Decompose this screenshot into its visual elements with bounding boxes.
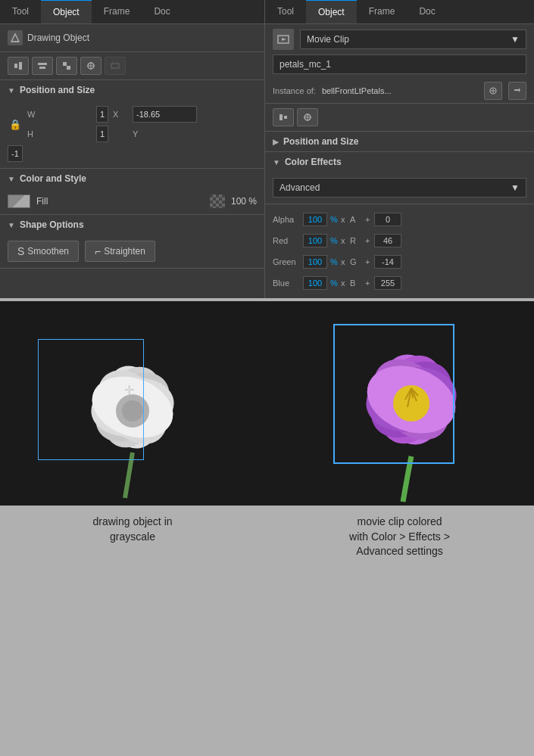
tab-doc-right[interactable]: Doc <box>407 0 447 23</box>
right-canvas <box>265 301 534 506</box>
alpha-plus: + <box>365 215 371 224</box>
straighten-button[interactable]: ⌐ Straighten <box>85 241 155 262</box>
smoothen-label: Smoothen <box>27 246 69 257</box>
svg-rect-20 <box>284 116 287 119</box>
color-effects-header[interactable]: ▼ Color Effects <box>265 152 534 172</box>
align2-icon[interactable] <box>32 57 53 75</box>
svg-rect-2 <box>14 64 17 68</box>
h-input3[interactable] <box>96 126 108 142</box>
blue-percent-sign: % <box>330 278 338 288</box>
transform-icon[interactable] <box>80 57 101 75</box>
svg-rect-3 <box>19 62 22 70</box>
color-style-header[interactable]: ▼ Color and Style <box>0 169 264 188</box>
right-pos-size-arrow: ▶ <box>273 138 279 146</box>
fill-swatch[interactable] <box>8 194 30 208</box>
x-input2[interactable] <box>133 106 197 123</box>
svg-marker-0 <box>11 34 19 42</box>
position-size-header[interactable]: ▼ Position and Size <box>0 80 264 100</box>
alpha-pct-input[interactable] <box>303 213 327 226</box>
red-val-input[interactable] <box>374 234 401 247</box>
instance-name-input[interactable] <box>273 54 526 74</box>
advanced-dropdown-value: Advanced <box>279 182 320 193</box>
right-pos-size-header[interactable]: ▶ Position and Size <box>265 132 534 152</box>
position-size-section: ▼ Position and Size W 🔒 X H Y <box>0 80 264 169</box>
tab-frame-left[interactable]: Frame <box>92 0 142 23</box>
shape-options-header[interactable]: ▼ Shape Options <box>0 215 264 235</box>
blue-x: x <box>341 278 347 288</box>
color-effects-dropdown-row: Advanced ▼ <box>265 172 534 204</box>
instance-swap-icon[interactable] <box>508 82 526 100</box>
green-x: x <box>341 257 347 266</box>
alpha-row: Alpha % x A + <box>273 209 526 230</box>
pos-size-arrow: ▼ <box>8 86 15 95</box>
y-input2[interactable] <box>8 145 23 162</box>
checkerboard-icon[interactable] <box>210 194 225 208</box>
shape-options-label: Shape Options <box>20 219 84 230</box>
green-label: Green <box>273 257 300 266</box>
green-val-input[interactable] <box>374 255 401 269</box>
blue-row: Blue % x B + <box>273 272 526 294</box>
tab-tool-left[interactable]: Tool <box>0 0 41 23</box>
alpha-x: x <box>341 215 347 224</box>
svg-rect-11 <box>111 64 119 68</box>
instance-of-value: bellFrontLtPetals... <box>322 86 478 95</box>
movie-clip-label: Movie Clip <box>307 34 349 45</box>
tab-frame-right[interactable]: Frame <box>357 0 408 23</box>
tab-tool-right[interactable]: Tool <box>265 0 306 23</box>
blue-val-input[interactable] <box>374 276 401 290</box>
pos-size-label: Position and Size <box>20 85 95 95</box>
drawing-object-header: Drawing Object <box>0 24 264 52</box>
blue-plus: + <box>365 278 371 288</box>
right-caption: movie clip coloredwith Color > Effects >… <box>265 506 534 568</box>
advanced-dropdown[interactable]: Advanced ▼ <box>273 178 526 198</box>
instance-settings-icon[interactable] <box>484 82 502 100</box>
color-style-body: Fill 100 % <box>0 188 264 214</box>
blue-pct-input[interactable] <box>303 276 327 290</box>
red-x: x <box>341 236 347 245</box>
right-pos-size-label: Position and Size <box>283 136 358 147</box>
left-tab-bar: Tool Object Frame Doc <box>0 0 264 24</box>
svg-rect-6 <box>63 62 67 66</box>
movie-clip-dropdown[interactable]: Movie Clip ▼ <box>300 30 526 49</box>
smoothen-button[interactable]: S Smoothen <box>8 241 79 262</box>
fill-pct: 100 % <box>231 196 257 207</box>
alpha-label: Alpha <box>273 215 300 224</box>
x-label3: X <box>113 110 128 119</box>
svg-rect-19 <box>279 114 283 120</box>
position-size-body: W 🔒 X H Y <box>0 100 264 168</box>
green-pct-input[interactable] <box>303 255 327 269</box>
transform2-icon <box>105 57 126 75</box>
align-icon[interactable] <box>8 57 29 75</box>
blue-label: Blue <box>273 278 300 288</box>
w-input2[interactable] <box>96 106 108 123</box>
alpha-val-input[interactable] <box>374 213 401 226</box>
right-transform-icon[interactable] <box>297 108 318 126</box>
h-label3: H <box>27 129 92 138</box>
right-align-icon[interactable] <box>273 108 294 126</box>
caption-area: drawing object ingrayscale movie clip co… <box>0 506 534 568</box>
svg-rect-4 <box>38 63 47 65</box>
fill-row: Fill 100 % <box>8 194 257 208</box>
red-r-label: R <box>350 236 362 245</box>
left-caption: drawing object ingrayscale <box>0 506 265 568</box>
selection-rect-right <box>333 324 454 464</box>
instance-of-label: Instance of: <box>273 86 316 95</box>
align3-icon[interactable] <box>56 57 77 75</box>
movie-clip-icon <box>273 29 294 50</box>
svg-rect-7 <box>67 66 70 70</box>
lock2-icon[interactable]: 🔒 <box>8 119 23 130</box>
left-caption-text: drawing object ingrayscale <box>92 515 172 543</box>
y-label3: Y <box>133 129 197 138</box>
tab-object-left[interactable]: Object <box>41 0 92 23</box>
tab-object-right[interactable]: Object <box>306 0 357 23</box>
tab-doc-left[interactable]: Doc <box>142 0 182 23</box>
alpha-a-label: A <box>350 215 362 224</box>
color-effects-arrow: ▼ <box>273 158 280 166</box>
right-tab-bar: Tool Object Frame Doc <box>265 0 534 24</box>
red-pct-input[interactable] <box>303 234 327 247</box>
dropdown-arrow-icon: ▼ <box>511 34 520 45</box>
red-percent-sign: % <box>330 236 338 245</box>
drawing-object-title: Drawing Object <box>27 33 89 43</box>
red-plus: + <box>365 236 371 245</box>
color-effects-label: Color Effects <box>285 157 342 167</box>
